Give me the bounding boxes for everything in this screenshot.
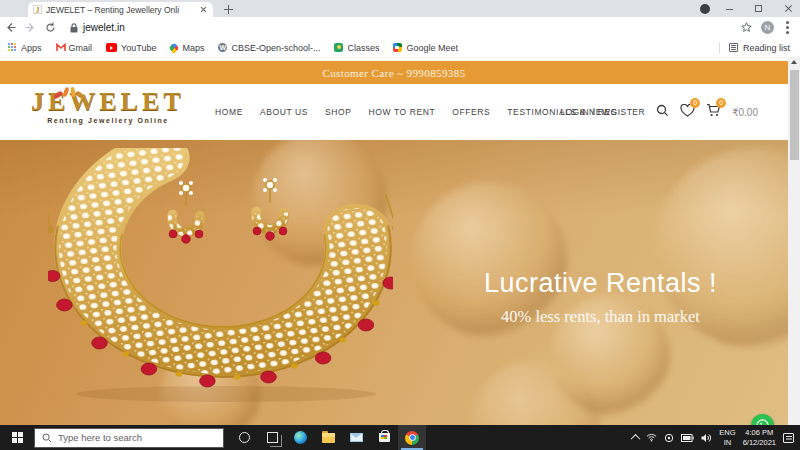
cart-total: ₹0.00 [732,107,758,118]
bookmark-gmail[interactable]: Gmail [56,43,93,53]
start-button[interactable] [0,425,34,450]
cortana-button[interactable] [230,425,258,450]
bookmark-cbse[interactable]: W CBSE-Open-school-... [218,43,320,53]
battery-icon[interactable] [681,434,694,442]
maps-pin-icon [169,42,180,53]
page-scrollbar[interactable] [788,58,800,425]
scrollbar-thumb[interactable] [790,70,799,160]
earring-left [169,181,203,243]
bookmark-maps[interactable]: Maps [170,43,204,53]
chrome-button[interactable] [398,425,426,450]
tray-expand-icon[interactable] [631,434,641,444]
speaker-icon[interactable] [701,433,712,443]
onedrive-icon[interactable] [664,433,674,443]
nav-home[interactable]: HOME [215,107,243,117]
wishlist-button[interactable]: 0 [680,103,695,121]
window-minimize-button[interactable] [726,9,733,10]
browser-menu-icon[interactable] [786,26,789,29]
taskbar-search-icon [42,433,52,443]
bookmark-apps[interactable]: Apps [8,43,42,53]
earring-right [253,178,287,240]
store-icon [379,433,390,442]
cart-button[interactable]: 0 [706,103,721,121]
taskbar-search-input[interactable] [58,432,208,443]
logo-text: JEWELET [18,88,198,116]
browser-tab-strip: J JEWELET – Renting Jewellery Onli [0,0,800,17]
apps-grid-icon [8,43,17,52]
header-actions: LOGIN / REGISTER 0 [560,84,758,140]
customer-care-banner: Customer Care ~ 9990859385 [0,61,788,84]
window-maximize-button[interactable] [755,5,762,12]
browser-tab[interactable]: J JEWELET – Renting Jewellery Onli [28,2,213,17]
store-button[interactable] [370,425,398,450]
task-view-button[interactable] [258,425,286,450]
classroom-icon [334,43,343,52]
bookmark-star-icon[interactable] [741,22,752,33]
search-button[interactable] [656,103,669,121]
site-logo[interactable]: JEWELET Renting Jewellery Online [18,88,198,124]
tab-title: JEWELET – Renting Jewellery Onli [46,5,195,15]
cart-count-badge: 0 [716,98,726,108]
edge-icon [294,431,307,444]
reading-list[interactable]: Reading list [719,42,800,53]
wifi-icon[interactable] [646,433,657,442]
divider [719,42,720,53]
lock-icon [70,23,78,33]
nav-offers[interactable]: OFFERS [452,107,490,117]
mail-icon [350,433,363,442]
bookmarks-bar: Apps Gmail YouTube Maps W CBSE-Open-scho… [0,38,800,58]
edge-button[interactable] [286,425,314,450]
windows-taskbar: ENG IN 4:06 PM 6/12/2021 [0,425,800,450]
nav-shop[interactable]: SHOP [325,107,352,117]
reload-icon[interactable] [40,22,60,33]
taskbar-clock[interactable]: 4:06 PM 6/12/2021 [743,428,776,447]
hero-copy: Lucrative Rentals ! 40% less rents, than… [438,268,763,327]
reading-list-icon [729,43,738,52]
url-text: jewelet.in [83,22,125,33]
task-view-icon [267,432,278,443]
wordpress-icon: W [218,43,227,52]
tab-close-icon[interactable] [199,5,208,14]
hero-banner: Lucrative Rentals ! 40% less rents, than… [0,140,788,425]
mail-button[interactable] [342,425,370,450]
bookmark-youtube[interactable]: YouTube [106,43,156,53]
site-favicon: J [33,5,42,14]
address-bar[interactable]: jewelet.in [70,22,741,33]
browser-toolbar: jewelet.in N [0,17,800,38]
site-header: JEWELET Renting Jewellery Online HOME AB… [0,84,788,140]
logo-tagline: Renting Jewellery Online [18,117,198,124]
folder-icon [322,433,335,443]
chrome-icon [405,431,419,445]
forward-icon[interactable] [20,22,40,33]
meet-icon [393,43,402,52]
whatsapp-button[interactable] [751,414,774,425]
profile-avatar[interactable]: N [761,21,774,34]
bookmark-google-meet[interactable]: Google Meet [393,43,458,53]
language-indicator[interactable]: ENG IN [719,428,735,447]
windows-logo-icon [12,432,23,443]
hero-subheading: 40% less rents, than in market [438,307,763,327]
gmail-icon [56,43,65,52]
file-explorer-button[interactable] [314,425,342,450]
new-tab-button[interactable] [224,5,233,14]
wishlist-count-badge: 0 [690,98,700,108]
scrollbar-up-arrow[interactable] [791,60,797,64]
window-close-button[interactable] [784,4,793,13]
search-icon [656,104,669,117]
nav-about-us[interactable]: ABOUT US [260,107,308,117]
browser-extension-icon[interactable] [700,4,710,14]
main-nav: HOME ABOUT US SHOP HOW TO RENT OFFERS TE… [215,84,617,140]
hero-heading: Lucrative Rentals ! [438,268,763,299]
login-register-link[interactable]: LOGIN / REGISTER [560,107,645,117]
action-center-icon[interactable] [783,433,794,443]
youtube-icon [106,43,117,52]
back-icon[interactable] [0,22,20,33]
screen: J JEWELET – Renting Jewellery Onli jewel… [0,0,800,450]
bookmark-classes[interactable]: Classes [334,43,379,53]
nav-how-to-rent[interactable]: HOW TO RENT [369,107,436,117]
cortana-icon [239,432,250,443]
jewellery-necklace-image [48,148,393,406]
logo-flourish-icon [52,87,86,100]
taskbar-search[interactable] [34,428,224,448]
page-viewport: Customer Care ~ 9990859385 JEWELET Renti… [0,58,800,425]
